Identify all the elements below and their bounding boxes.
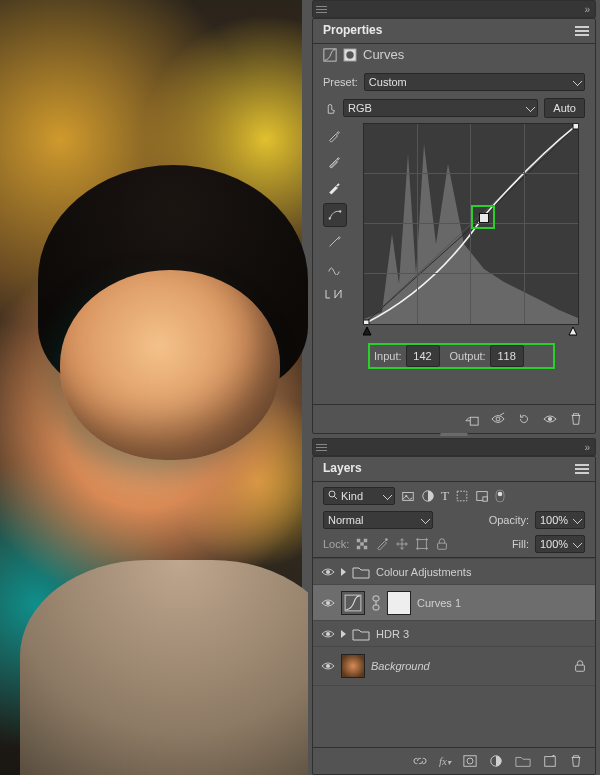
link-layers-icon[interactable] (413, 754, 427, 768)
layer-name[interactable]: Colour Adjustments (376, 566, 471, 578)
svg-point-2 (346, 51, 353, 58)
svg-point-16 (329, 491, 335, 497)
lock-transparency-icon[interactable] (355, 537, 369, 551)
trash-icon[interactable] (569, 412, 583, 426)
preset-select[interactable]: Custom (364, 73, 585, 91)
panel-menu-icon[interactable] (575, 464, 589, 474)
draw-curve-icon[interactable] (323, 231, 345, 253)
opacity-value[interactable]: 100% (535, 511, 585, 529)
input-label: Input: (374, 350, 402, 362)
properties-collapse-strip[interactable]: » (312, 0, 596, 18)
svg-point-25 (498, 492, 503, 497)
svg-rect-33 (438, 543, 447, 549)
svg-rect-0 (324, 48, 336, 60)
input-value-field[interactable] (406, 345, 440, 367)
chevron-right-icon[interactable] (341, 568, 346, 576)
fill-label: Fill: (512, 538, 529, 550)
new-layer-icon[interactable] (543, 754, 557, 768)
svg-point-4 (339, 210, 341, 212)
layer-name[interactable]: Curves 1 (417, 597, 461, 609)
adjustment-type-label: Curves (363, 47, 404, 62)
new-group-icon[interactable] (515, 754, 531, 768)
svg-point-44 (467, 758, 473, 764)
layer-mask-thumb[interactable] (387, 591, 411, 615)
svg-rect-43 (464, 756, 476, 767)
input-output-highlight: Input: Output: (368, 343, 555, 369)
toggle-visibility-icon[interactable] (491, 412, 505, 426)
visibility-eye-icon[interactable] (321, 627, 335, 641)
layers-tab[interactable]: Layers (313, 457, 372, 479)
properties-tab[interactable]: Properties (313, 19, 392, 41)
reset-icon[interactable] (517, 412, 531, 426)
layer-group-colour-adjustments[interactable]: Colour Adjustments (313, 558, 595, 585)
white-point-eyedropper-icon[interactable] (323, 177, 345, 199)
visibility-eye-icon[interactable] (543, 412, 557, 426)
filter-smartobj-icon[interactable] (475, 489, 489, 503)
curve-options-icon[interactable] (323, 283, 345, 305)
layer-background[interactable]: Background (313, 646, 595, 686)
channel-select[interactable]: RGB (343, 99, 538, 117)
visibility-eye-icon[interactable] (321, 565, 335, 579)
link-icon[interactable] (371, 595, 381, 611)
gray-point-eyedropper-icon[interactable] (323, 151, 345, 173)
layers-collapse-strip[interactable]: » (312, 438, 596, 456)
mask-icon (343, 48, 357, 62)
lock-image-icon[interactable] (375, 537, 389, 551)
layer-name[interactable]: Background (371, 660, 430, 672)
curves-graph[interactable] (363, 123, 579, 325)
panel-menu-icon[interactable] (575, 26, 589, 36)
canvas-photo[interactable] (0, 0, 302, 775)
svg-point-15 (548, 417, 552, 421)
drag-grip-icon (316, 5, 327, 13)
trash-icon[interactable] (569, 754, 583, 768)
svg-rect-37 (373, 596, 379, 601)
lock-position-icon[interactable] (395, 537, 409, 551)
svg-rect-38 (373, 605, 379, 610)
add-mask-icon[interactable] (463, 754, 477, 768)
svg-marker-10 (363, 327, 371, 335)
black-white-point-slider[interactable] (363, 325, 577, 337)
black-point-eyedropper-icon[interactable] (323, 125, 345, 147)
svg-point-40 (326, 632, 330, 636)
visibility-eye-icon[interactable] (321, 659, 335, 673)
svg-rect-23 (483, 497, 487, 501)
curves-adj-icon (323, 48, 337, 62)
output-value-field[interactable] (490, 345, 524, 367)
svg-rect-30 (364, 546, 368, 550)
filter-pixel-icon[interactable] (401, 489, 415, 503)
lock-label: Lock: (323, 538, 349, 550)
curve-point[interactable] (479, 213, 489, 223)
filter-type-icon[interactable]: T (441, 488, 449, 504)
layer-group-hdr-3[interactable]: HDR 3 (313, 620, 595, 647)
layer-curves-1[interactable]: Curves 1 (313, 584, 595, 621)
svg-rect-36 (345, 595, 361, 611)
layer-name[interactable]: HDR 3 (376, 628, 409, 640)
filter-adjustment-icon[interactable] (421, 489, 435, 503)
layers-panel: Layers Kind T Normal (312, 456, 596, 775)
blend-mode-select[interactable]: Normal (323, 511, 433, 529)
svg-point-31 (385, 538, 388, 541)
chevron-right-icon[interactable] (341, 630, 346, 638)
collapse-panels-icon[interactable]: » (584, 442, 590, 453)
opacity-label: Opacity: (489, 514, 529, 526)
lock-icon[interactable] (573, 659, 587, 673)
clip-to-layer-icon[interactable] (465, 412, 479, 426)
finger-tool-icon[interactable] (323, 101, 337, 115)
collapse-panels-icon[interactable]: » (584, 4, 590, 15)
visibility-eye-icon[interactable] (321, 596, 335, 610)
lock-all-icon[interactable] (435, 537, 449, 551)
fill-value[interactable]: 100% (535, 535, 585, 553)
new-adjustment-icon[interactable] (489, 754, 503, 768)
edit-curve-points-icon[interactable] (323, 203, 347, 227)
auto-button[interactable]: Auto (544, 98, 585, 118)
folder-icon (352, 627, 370, 641)
smooth-curve-icon[interactable] (323, 257, 345, 279)
svg-rect-18 (403, 493, 414, 501)
filter-toggle-icon[interactable] (495, 489, 505, 503)
layer-style-icon[interactable]: fx▾ (439, 755, 451, 767)
filter-shape-icon[interactable] (455, 489, 469, 503)
drag-grip-icon (316, 443, 327, 451)
folder-icon (352, 565, 370, 579)
lock-artboard-icon[interactable] (415, 537, 429, 551)
resize-grip-icon[interactable] (440, 433, 468, 436)
